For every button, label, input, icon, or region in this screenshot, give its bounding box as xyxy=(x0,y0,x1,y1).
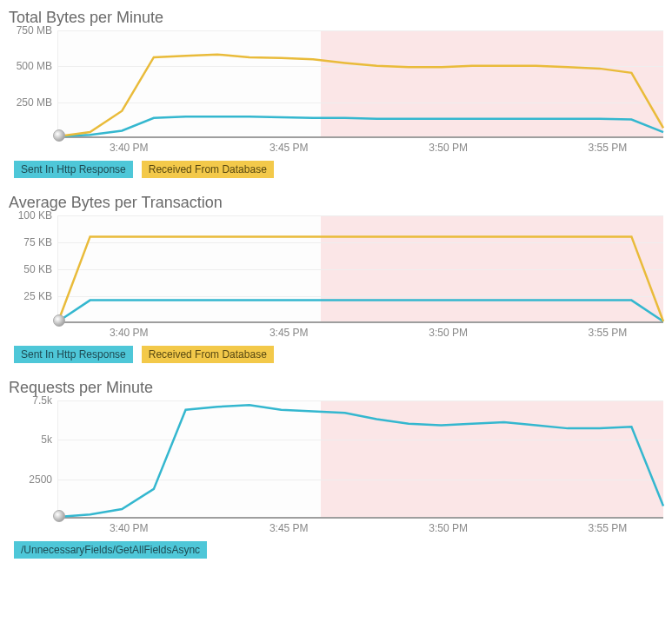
legend-item[interactable]: Sent In Http Response xyxy=(14,346,133,363)
series-line xyxy=(58,116,663,136)
x-tick: 3:45 PM xyxy=(269,327,309,339)
legend-item[interactable]: /UnnecessaryFields/GetAllFieldsAsync xyxy=(14,541,207,559)
x-tick: 3:55 PM xyxy=(589,522,628,534)
legend-item[interactable]: Sent In Http Response xyxy=(14,161,133,178)
y-tick: 750 MB xyxy=(17,24,52,36)
y-axis: 750 MB500 MB250 MB xyxy=(9,30,57,138)
x-tick: 3:55 PM xyxy=(589,327,628,339)
chart-block-chart1: Total Bytes per Minute750 MB500 MB250 MB… xyxy=(9,9,663,178)
x-tick: 3:45 PM xyxy=(269,522,309,534)
y-axis: 100 KB75 KB50 KB25 KB xyxy=(9,215,57,323)
y-tick: 5k xyxy=(41,433,52,446)
plot-area[interactable] xyxy=(57,215,663,323)
plot-wrap: 100 KB75 KB50 KB25 KB xyxy=(9,215,663,323)
legend: Sent In Http ResponseReceived From Datab… xyxy=(14,161,663,178)
chart-title: Average Bytes per Transaction xyxy=(9,194,663,212)
x-tick: 3:40 PM xyxy=(110,142,149,154)
y-tick: 2500 xyxy=(29,473,52,486)
x-axis: 3:40 PM3:45 PM3:50 PM3:55 PM xyxy=(57,519,663,536)
x-tick: 3:50 PM xyxy=(429,522,468,534)
x-tick: 3:40 PM xyxy=(110,522,149,534)
y-tick: 7.5k xyxy=(32,394,52,407)
y-tick: 25 KB xyxy=(23,290,52,302)
chart-block-chart3: Requests per Minute7.5k5k25003:40 PM3:45… xyxy=(9,379,663,559)
y-axis: 7.5k5k2500 xyxy=(9,400,57,519)
plot-area[interactable] xyxy=(57,400,663,519)
legend: Sent In Http ResponseReceived From Datab… xyxy=(14,346,663,363)
legend: /UnnecessaryFields/GetAllFieldsAsync xyxy=(14,541,663,559)
series-line xyxy=(58,236,663,321)
y-tick: 50 KB xyxy=(23,263,52,275)
x-tick: 3:45 PM xyxy=(269,142,309,154)
chart-lines xyxy=(58,30,663,136)
x-tick: 3:50 PM xyxy=(429,142,468,154)
plot-wrap: 7.5k5k2500 xyxy=(9,400,663,519)
series-line xyxy=(58,405,663,517)
chart-lines xyxy=(58,215,663,321)
y-tick: 75 KB xyxy=(23,236,52,248)
series-line xyxy=(58,55,663,136)
legend-item[interactable]: Received From Database xyxy=(142,161,274,178)
plot-wrap: 750 MB500 MB250 MB xyxy=(9,30,663,138)
y-tick: 500 MB xyxy=(17,60,52,72)
chart-lines xyxy=(58,400,663,517)
x-tick: 3:50 PM xyxy=(429,327,468,339)
chart-title: Requests per Minute xyxy=(9,379,663,397)
chart-block-chart2: Average Bytes per Transaction100 KB75 KB… xyxy=(9,194,663,363)
series-line xyxy=(58,301,663,321)
x-axis: 3:40 PM3:45 PM3:50 PM3:55 PM xyxy=(57,323,663,341)
y-tick: 250 MB xyxy=(17,96,52,109)
plot-area[interactable] xyxy=(57,30,663,138)
chart-title: Total Bytes per Minute xyxy=(9,9,663,27)
x-axis: 3:40 PM3:45 PM3:50 PM3:55 PM xyxy=(57,138,663,156)
x-tick: 3:55 PM xyxy=(589,142,628,154)
legend-item[interactable]: Received From Database xyxy=(142,346,274,363)
y-tick: 100 KB xyxy=(18,209,52,222)
x-tick: 3:40 PM xyxy=(110,327,149,339)
